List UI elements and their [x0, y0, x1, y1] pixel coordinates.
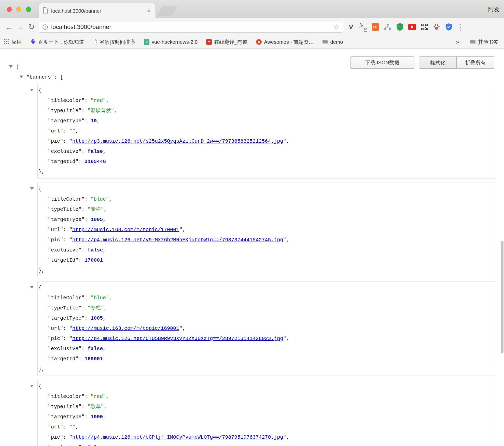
address-bar[interactable]: i localhost:3000/banner ☆ — [39, 22, 343, 33]
json-quote: " — [283, 434, 286, 440]
json-object-close-line: }, — [38, 167, 496, 177]
bookmark-star-icon[interactable]: ☆ — [333, 24, 339, 31]
json-object-box: {"titleColor": "blue","typeTitle": "专栏",… — [37, 183, 496, 277]
minimize-window-button[interactable] — [16, 7, 21, 12]
qrcode-extension-icon[interactable] — [419, 22, 429, 32]
translate-extension-icon[interactable]: 英 en — [358, 22, 368, 32]
json-quote: " — [69, 325, 72, 331]
json-colon: : — [81, 305, 88, 311]
apps-grid-icon — [4, 39, 9, 45]
bookmark-apps[interactable]: 应用 — [4, 39, 22, 46]
json-colon: : — [63, 325, 69, 331]
collapse-toggle-icon[interactable] — [30, 286, 34, 289]
json-colon: : — [78, 159, 85, 165]
dark-v-extension-icon[interactable]: V — [346, 22, 356, 32]
json-comma: , — [103, 346, 106, 352]
fe-extension-icon[interactable]: FE — [371, 22, 380, 32]
bookmark-google-sort[interactable]: 谷歌按时间排序 — [93, 39, 135, 46]
json-viewer: { "banners": [ {"titleColor": "red","typ… — [0, 49, 504, 446]
bookmark-folder-demo[interactable]: demo — [322, 39, 343, 45]
json-key: "targetType" — [48, 315, 85, 321]
tab-strip: localhost:3000/banner ✕ 阿发 — [0, 0, 504, 18]
json-string-value: "blue" — [91, 295, 109, 301]
bookmark-vue-hackernews[interactable]: V vue-hackernews-2.0 — [144, 39, 198, 45]
json-field-targetId: "targetId": 3165446 — [38, 157, 496, 167]
json-key: "url" — [48, 227, 63, 233]
youtube-extension-icon[interactable] — [407, 22, 417, 32]
json-string-value: "red" — [91, 394, 106, 399]
format-button[interactable]: 格式化 — [419, 56, 457, 69]
bookmark-baidu[interactable]: 百度一下，你就知道 — [30, 39, 84, 46]
json-colon: : — [81, 404, 88, 410]
json-key: "targetType" — [48, 118, 85, 124]
fullscreen-window-button[interactable] — [26, 7, 31, 12]
json-comma: , — [182, 227, 185, 233]
paw-extension-icon[interactable] — [432, 22, 441, 32]
json-key: "pic" — [48, 237, 63, 243]
bookmark-awesomes[interactable]: A Awesomes - 前端资… — [256, 39, 314, 46]
tab-close-icon[interactable]: ✕ — [146, 8, 151, 14]
json-open-brace: { — [38, 285, 41, 291]
json-colon: : — [63, 138, 69, 144]
json-object-box: {"titleColor": "red","typeTitle": "歌单","… — [37, 380, 496, 446]
json-key: "titleColor" — [48, 98, 85, 103]
json-field-targetType: "targetType": 10, — [38, 116, 496, 126]
vertical-scrollbar-thumb[interactable] — [501, 241, 503, 353]
json-link-url[interactable]: http://p3.music.126.net/s25q2x5QyqsAzilC… — [72, 138, 283, 144]
json-comma: , — [286, 138, 289, 144]
other-bookmarks-folder[interactable]: 其他书签 — [470, 39, 498, 46]
forward-button[interactable]: → — [15, 21, 26, 33]
json-field-titleColor: "titleColor": "blue", — [38, 293, 496, 303]
json-field-titleColor: "titleColor": "red", — [38, 96, 496, 106]
json-colon: : — [63, 227, 69, 233]
json-field-typeTitle: "typeTitle": "专栏", — [38, 204, 496, 215]
json-key: "exclusive" — [48, 247, 81, 253]
browser-menu-icon[interactable]: ⋮ — [453, 23, 467, 32]
bookmarks-overflow-chevron[interactable]: » — [456, 38, 459, 46]
json-key: "exclusive" — [48, 444, 81, 446]
json-field-url: "url": "", — [38, 126, 496, 136]
json-field-titleColor: "titleColor": "blue", — [38, 194, 496, 204]
json-field-pic: "pic": "http://p3.music.126.net/s25q2x5Q… — [38, 136, 496, 146]
profile-name[interactable]: 阿发 — [488, 6, 499, 13]
json-key: "targetId" — [48, 257, 78, 263]
json-number-value: 1005 — [91, 315, 103, 321]
json-link-url[interactable]: http://p4.music.126.net/tGPljf-IMOCyPvum… — [72, 434, 283, 440]
bookmark-youdao-translate[interactable]: Y 在线翻译_有道 — [206, 39, 247, 46]
download-json-button[interactable]: 下载JSON数据 — [350, 56, 414, 69]
new-tab-button[interactable] — [157, 6, 177, 16]
json-colon: : — [85, 196, 91, 202]
close-window-button[interactable] — [7, 7, 12, 12]
json-quote: " — [69, 434, 72, 440]
json-link-url[interactable]: http://p4.music.126.net/V9-MXz6b2MNhEKju… — [72, 237, 283, 243]
json-string-value: "专栏" — [88, 305, 104, 311]
org-chart-extension-icon[interactable] — [383, 22, 392, 32]
page-info-icon[interactable]: i — [43, 24, 48, 30]
json-link-url[interactable]: http://music.163.com/m/topic/169001 — [72, 325, 179, 331]
shield-t-extension-icon[interactable]: T — [395, 22, 404, 32]
json-comma: , — [104, 305, 107, 311]
json-comma: , — [103, 414, 106, 420]
collapse-toggle-icon[interactable] — [20, 76, 23, 78]
json-number-value: 170001 — [85, 257, 103, 263]
collapse-toggle-icon[interactable] — [30, 385, 34, 387]
back-button[interactable]: ← — [4, 21, 15, 33]
json-number-value: 1000 — [91, 414, 103, 420]
collapse-toggle-icon[interactable] — [30, 187, 34, 190]
json-field-targetType: "targetType": 1000, — [38, 412, 496, 422]
json-link-url[interactable]: http://p4.music.126.net/CTU5B9R9y3XyYBZX… — [72, 336, 283, 341]
collapse-toggle-icon[interactable] — [30, 89, 34, 91]
reload-button[interactable]: ↻ — [26, 21, 37, 33]
json-key: "titleColor" — [48, 295, 85, 301]
json-field-exclusive: "exclusive": false, — [38, 245, 496, 255]
json-colon: : — [85, 118, 91, 124]
json-string-value: "" — [69, 424, 75, 430]
blue-shield-extension-icon[interactable] — [444, 22, 453, 32]
collapse-all-button[interactable]: 折叠所有 — [457, 56, 494, 69]
browser-tab[interactable]: localhost:3000/banner ✕ — [39, 3, 156, 19]
json-comma: , — [75, 424, 78, 430]
collapse-toggle-icon[interactable] — [9, 65, 12, 68]
json-link-url[interactable]: http://music.163.com/m/topic/170001 — [72, 227, 179, 233]
json-quote: " — [69, 237, 72, 243]
json-string-value: "" — [69, 128, 75, 134]
